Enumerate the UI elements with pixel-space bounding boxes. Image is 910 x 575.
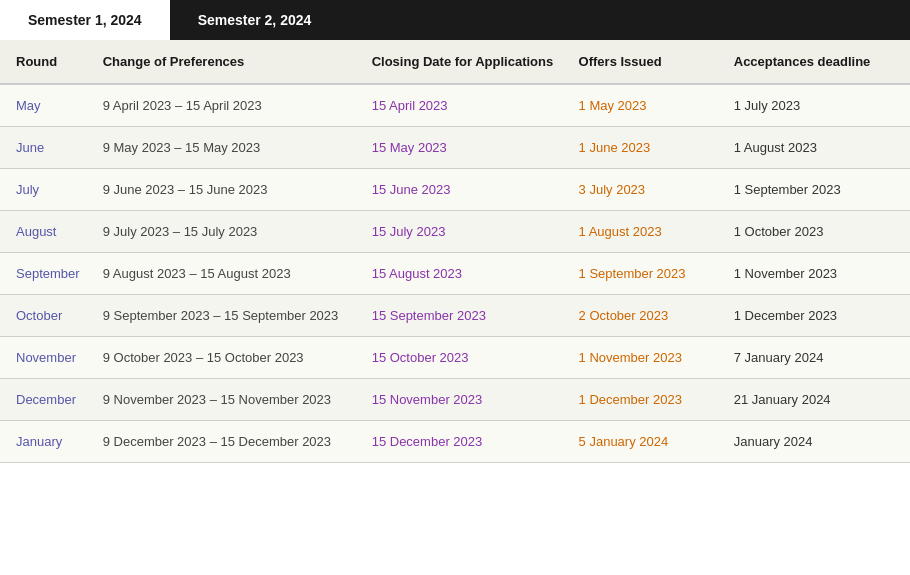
cell-round[interactable]: September — [0, 253, 93, 295]
cell-change-pref: 9 April 2023 – 15 April 2023 — [93, 84, 362, 127]
table-row: June9 May 2023 – 15 May 202315 May 20231… — [0, 127, 910, 169]
tabs-container: Semester 1, 2024 Semester 2, 2024 — [0, 0, 910, 40]
cell-acceptance: 7 January 2024 — [724, 337, 910, 379]
cell-round[interactable]: October — [0, 295, 93, 337]
cell-change-pref: 9 November 2023 – 15 November 2023 — [93, 379, 362, 421]
table-header-row: Round Change of Preferences Closing Date… — [0, 40, 910, 84]
schedule-table: Round Change of Preferences Closing Date… — [0, 40, 910, 463]
cell-acceptance: 1 October 2023 — [724, 211, 910, 253]
cell-closing-date[interactable]: 15 June 2023 — [362, 169, 569, 211]
round-link[interactable]: August — [16, 224, 56, 239]
round-link[interactable]: May — [16, 98, 41, 113]
cell-round[interactable]: June — [0, 127, 93, 169]
cell-acceptance: 1 September 2023 — [724, 169, 910, 211]
cell-closing-date[interactable]: 15 August 2023 — [362, 253, 569, 295]
cell-round[interactable]: May — [0, 84, 93, 127]
offers-link[interactable]: 1 June 2023 — [579, 140, 651, 155]
cell-closing-date[interactable]: 15 July 2023 — [362, 211, 569, 253]
cell-change-pref: 9 May 2023 – 15 May 2023 — [93, 127, 362, 169]
cell-offers[interactable]: 1 May 2023 — [569, 84, 724, 127]
cell-offers[interactable]: 3 July 2023 — [569, 169, 724, 211]
cell-offers[interactable]: 2 October 2023 — [569, 295, 724, 337]
offers-link[interactable]: 1 May 2023 — [579, 98, 647, 113]
cell-offers[interactable]: 1 December 2023 — [569, 379, 724, 421]
cell-change-pref: 9 August 2023 – 15 August 2023 — [93, 253, 362, 295]
col-header-offers: Offers Issued — [569, 40, 724, 84]
closing-date-link[interactable]: 15 April 2023 — [372, 98, 448, 113]
cell-offers[interactable]: 1 November 2023 — [569, 337, 724, 379]
offers-link[interactable]: 2 October 2023 — [579, 308, 669, 323]
cell-closing-date[interactable]: 15 May 2023 — [362, 127, 569, 169]
tab-semester1[interactable]: Semester 1, 2024 — [0, 0, 170, 40]
cell-offers[interactable]: 5 January 2024 — [569, 421, 724, 463]
table-row: July9 June 2023 – 15 June 202315 June 20… — [0, 169, 910, 211]
round-link[interactable]: October — [16, 308, 62, 323]
offers-link[interactable]: 1 December 2023 — [579, 392, 682, 407]
round-link[interactable]: January — [16, 434, 62, 449]
table-row: May9 April 2023 – 15 April 202315 April … — [0, 84, 910, 127]
cell-offers[interactable]: 1 August 2023 — [569, 211, 724, 253]
cell-closing-date[interactable]: 15 April 2023 — [362, 84, 569, 127]
closing-date-link[interactable]: 15 July 2023 — [372, 224, 446, 239]
table-container: Round Change of Preferences Closing Date… — [0, 40, 910, 463]
cell-round[interactable]: August — [0, 211, 93, 253]
cell-change-pref: 9 July 2023 – 15 July 2023 — [93, 211, 362, 253]
round-link[interactable]: June — [16, 140, 44, 155]
cell-acceptance: 21 January 2024 — [724, 379, 910, 421]
closing-date-link[interactable]: 15 June 2023 — [372, 182, 451, 197]
closing-date-link[interactable]: 15 September 2023 — [372, 308, 486, 323]
tab-semester2[interactable]: Semester 2, 2024 — [170, 0, 340, 40]
round-link[interactable]: November — [16, 350, 76, 365]
cell-acceptance: 1 August 2023 — [724, 127, 910, 169]
offers-link[interactable]: 5 January 2024 — [579, 434, 669, 449]
cell-acceptance: 1 December 2023 — [724, 295, 910, 337]
offers-link[interactable]: 1 September 2023 — [579, 266, 686, 281]
cell-change-pref: 9 September 2023 – 15 September 2023 — [93, 295, 362, 337]
closing-date-link[interactable]: 15 May 2023 — [372, 140, 447, 155]
col-header-change-pref: Change of Preferences — [93, 40, 362, 84]
cell-closing-date[interactable]: 15 September 2023 — [362, 295, 569, 337]
cell-change-pref: 9 June 2023 – 15 June 2023 — [93, 169, 362, 211]
cell-closing-date[interactable]: 15 October 2023 — [362, 337, 569, 379]
cell-round[interactable]: January — [0, 421, 93, 463]
cell-offers[interactable]: 1 September 2023 — [569, 253, 724, 295]
cell-round[interactable]: November — [0, 337, 93, 379]
col-header-round: Round — [0, 40, 93, 84]
table-row: January9 December 2023 – 15 December 202… — [0, 421, 910, 463]
cell-acceptance: January 2024 — [724, 421, 910, 463]
closing-date-link[interactable]: 15 October 2023 — [372, 350, 469, 365]
cell-change-pref: 9 October 2023 – 15 October 2023 — [93, 337, 362, 379]
round-link[interactable]: September — [16, 266, 80, 281]
cell-closing-date[interactable]: 15 November 2023 — [362, 379, 569, 421]
table-row: November9 October 2023 – 15 October 2023… — [0, 337, 910, 379]
round-link[interactable]: December — [16, 392, 76, 407]
offers-link[interactable]: 1 August 2023 — [579, 224, 662, 239]
col-header-acceptance: Acceptances deadline — [724, 40, 910, 84]
cell-change-pref: 9 December 2023 – 15 December 2023 — [93, 421, 362, 463]
closing-date-link[interactable]: 15 August 2023 — [372, 266, 462, 281]
table-row: September9 August 2023 – 15 August 20231… — [0, 253, 910, 295]
table-row: December9 November 2023 – 15 November 20… — [0, 379, 910, 421]
cell-round[interactable]: July — [0, 169, 93, 211]
cell-acceptance: 1 November 2023 — [724, 253, 910, 295]
table-row: August9 July 2023 – 15 July 202315 July … — [0, 211, 910, 253]
closing-date-link[interactable]: 15 November 2023 — [372, 392, 483, 407]
cell-closing-date[interactable]: 15 December 2023 — [362, 421, 569, 463]
closing-date-link[interactable]: 15 December 2023 — [372, 434, 483, 449]
offers-link[interactable]: 1 November 2023 — [579, 350, 682, 365]
round-link[interactable]: July — [16, 182, 39, 197]
table-row: October9 September 2023 – 15 September 2… — [0, 295, 910, 337]
cell-round[interactable]: December — [0, 379, 93, 421]
offers-link[interactable]: 3 July 2023 — [579, 182, 646, 197]
cell-acceptance: 1 July 2023 — [724, 84, 910, 127]
col-header-closing-date: Closing Date for Applications — [362, 40, 569, 84]
cell-offers[interactable]: 1 June 2023 — [569, 127, 724, 169]
